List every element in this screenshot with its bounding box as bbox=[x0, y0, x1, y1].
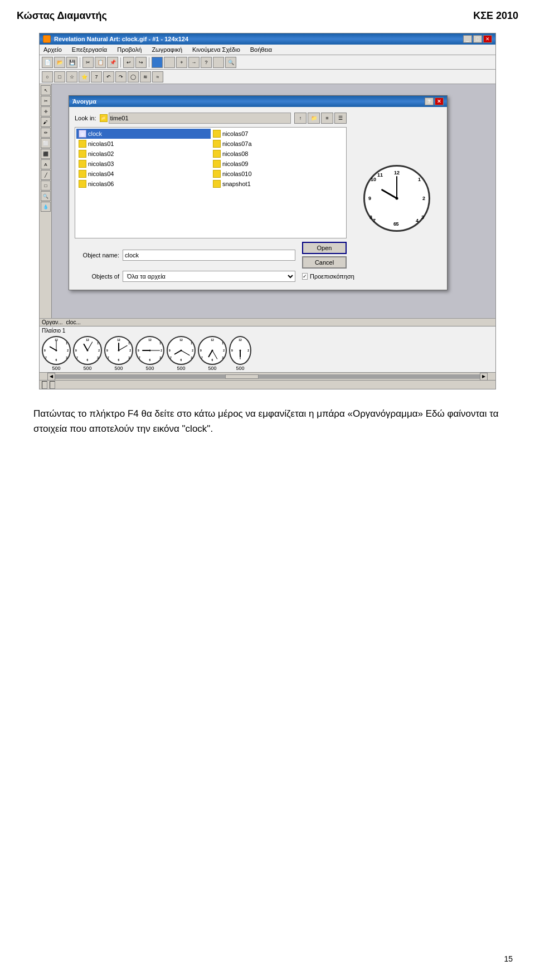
open-button[interactable]: Open bbox=[302, 242, 347, 254]
toolbar-cut[interactable]: ✂ bbox=[82, 57, 94, 68]
toolbar2-b2[interactable]: □ bbox=[54, 71, 65, 82]
mcn-1-6: 1 bbox=[222, 342, 223, 345]
file-name-nicolas04: nicolas04 bbox=[88, 170, 114, 177]
scroll-left-button[interactable]: ◀ bbox=[47, 373, 55, 381]
course-name: ΚΣΕ 2010 bbox=[473, 10, 518, 22]
file-item-nicolas09[interactable]: nicolas09 bbox=[211, 159, 345, 169]
menu-draw[interactable]: Ζωγραφική bbox=[150, 46, 184, 53]
toolbar-b4[interactable] bbox=[213, 57, 224, 68]
minimize-button[interactable]: _ bbox=[463, 35, 472, 43]
mcn-2-5: 2 bbox=[192, 349, 193, 352]
go-up-button[interactable]: ↑ bbox=[294, 113, 307, 124]
window-status-bar bbox=[40, 380, 495, 389]
toolbar-redo[interactable]: ↪ bbox=[135, 57, 147, 68]
tool-crop[interactable]: ✂ bbox=[41, 96, 51, 106]
frame-num-4: 500 bbox=[145, 365, 154, 371]
file-item-nicolas06[interactable]: nicolas06 bbox=[76, 179, 211, 189]
menu-file[interactable]: Αρχείο bbox=[42, 46, 64, 53]
tool-color[interactable]: 💧 bbox=[41, 202, 51, 212]
file-item-nicolas07a[interactable]: nicolas07a bbox=[211, 139, 345, 149]
scroll-right-button[interactable]: ▶ bbox=[480, 373, 488, 381]
tool-brush[interactable]: 🖌 bbox=[41, 117, 51, 127]
file-item-nicolas04[interactable]: nicolas04 bbox=[76, 169, 211, 179]
tool-move[interactable]: ✛ bbox=[41, 106, 51, 116]
toolbar2-b6[interactable]: ↶ bbox=[103, 71, 114, 82]
toolbar-b5[interactable]: 🔍 bbox=[225, 57, 236, 68]
file-name-snapshot1: snapshot1 bbox=[222, 181, 251, 187]
frame-cell-6: 12 1 2 3 6 7 9 500 bbox=[198, 336, 227, 371]
toolbar-b1[interactable]: + bbox=[176, 57, 187, 68]
tool-select[interactable]: ↖ bbox=[41, 85, 51, 95]
toolbar-color[interactable] bbox=[152, 57, 163, 68]
mcn-12-5: 12 bbox=[179, 338, 183, 342]
file-name-nicolas02: nicolas02 bbox=[88, 150, 114, 157]
maximize-button[interactable]: □ bbox=[473, 35, 482, 43]
menu-view[interactable]: Προβολή bbox=[115, 46, 143, 53]
screenshot-container: Revelation Natural Art: clock.gif - #1 -… bbox=[39, 33, 496, 389]
toolbar-save[interactable]: 💾 bbox=[66, 57, 77, 68]
toolbar2-b4[interactable]: ⭐ bbox=[79, 71, 90, 82]
toolbar-paste[interactable]: 📌 bbox=[107, 57, 118, 68]
frame-cell-1: 12 1 2 3 6 7 9 500 bbox=[42, 336, 71, 371]
file-item-nicolas01[interactable]: nicolas01 bbox=[76, 139, 211, 149]
toolbar-copy[interactable]: 📋 bbox=[95, 57, 106, 68]
toolbar-undo[interactable]: ↩ bbox=[123, 57, 134, 68]
mini-clock-2[interactable]: 12 1 2 3 6 7 9 bbox=[73, 336, 102, 365]
menu-help[interactable]: Βοήθεια bbox=[249, 46, 274, 53]
close-button[interactable]: ✕ bbox=[483, 35, 492, 43]
view-details-button[interactable]: ☰ bbox=[334, 113, 347, 124]
mini-clock-5[interactable]: 12 1 2 3 6 7 9 bbox=[167, 336, 196, 365]
look-in-input[interactable] bbox=[109, 113, 291, 124]
cancel-button[interactable]: Cancel bbox=[302, 256, 347, 269]
mini-clock-7[interactable]: 12 2 9 bbox=[229, 336, 251, 365]
toolbar2-b5[interactable]: 7 bbox=[91, 71, 102, 82]
tool-shape[interactable]: □ bbox=[41, 181, 51, 191]
file-item-nicolas03[interactable]: nicolas03 bbox=[76, 159, 211, 169]
object-name-input[interactable] bbox=[123, 250, 295, 261]
toolbar2-b1[interactable]: ○ bbox=[42, 71, 53, 82]
file-item-nicolas07[interactable]: nicolas07 bbox=[211, 129, 345, 139]
preview-checkbox[interactable]: ✓ bbox=[302, 273, 308, 280]
objects-of-select[interactable]: Όλα τα αρχεία bbox=[123, 271, 295, 282]
tool-eraser[interactable]: ⬜ bbox=[41, 138, 51, 148]
toolbar-fill[interactable] bbox=[164, 57, 175, 68]
scrollbar-thumb[interactable] bbox=[225, 374, 259, 379]
file-item-nicolas02[interactable]: nicolas02 bbox=[76, 149, 211, 159]
mini-min-3 bbox=[119, 345, 128, 351]
toolbar2-b7[interactable]: ↷ bbox=[115, 71, 127, 82]
file-item-clock[interactable]: g clock bbox=[76, 129, 211, 139]
toolbar2-b3[interactable]: ☆ bbox=[66, 71, 77, 82]
toolbar-b2[interactable]: → bbox=[188, 57, 200, 68]
mini-clock-1[interactable]: 12 1 2 3 6 7 9 bbox=[42, 336, 71, 365]
organogram-bar: Πλαίσιο 1 bbox=[40, 326, 495, 335]
file-item-nicolas08[interactable]: nicolas08 bbox=[211, 149, 345, 159]
dialog-preview-panel: 12 1 2 3 4 5 6 7 8 9 bbox=[352, 113, 441, 284]
toolbar-b3[interactable]: ? bbox=[201, 57, 212, 68]
menu-edit[interactable]: Επεξεργασία bbox=[70, 46, 109, 53]
tool-line[interactable]: ╱ bbox=[41, 170, 51, 180]
tool-pencil[interactable]: ✏ bbox=[41, 128, 51, 138]
tool-zoom[interactable]: 🔍 bbox=[41, 191, 51, 201]
toolbar-open[interactable]: 📂 bbox=[54, 57, 65, 68]
mini-min-4 bbox=[150, 350, 160, 351]
file-item-nicolas010[interactable]: nicolas010 bbox=[211, 169, 345, 179]
mcn-3-5: 3 bbox=[191, 356, 192, 359]
window-controls[interactable]: _ □ ✕ bbox=[463, 35, 492, 43]
dialog-help-button[interactable]: ? bbox=[425, 97, 434, 105]
view-menu-button[interactable]: ≡ bbox=[321, 113, 333, 124]
dialog-close-button[interactable]: ✕ bbox=[435, 97, 444, 105]
toolbar2-b10[interactable]: ≈ bbox=[152, 71, 163, 82]
toolbar-new[interactable]: 📄 bbox=[42, 57, 53, 68]
toolbar2-b9[interactable]: ≋ bbox=[140, 71, 151, 82]
mini-min-7 bbox=[240, 350, 241, 359]
tool-fill[interactable]: ⬛ bbox=[41, 149, 51, 159]
clock-preview: 12 1 2 3 4 5 6 7 8 9 bbox=[363, 165, 430, 232]
mini-clock-6[interactable]: 12 1 2 3 6 7 9 bbox=[198, 336, 227, 365]
toolbar2-b8[interactable]: ◯ bbox=[128, 71, 139, 82]
tool-text[interactable]: A bbox=[41, 159, 51, 169]
mini-clock-3[interactable]: 12 1 2 3 6 7 9 bbox=[104, 336, 133, 365]
create-folder-button[interactable]: 📁 bbox=[308, 113, 320, 124]
file-item-snapshot1[interactable]: snapshot1 bbox=[211, 179, 345, 189]
menu-animation[interactable]: Κινούμενα Σχέδιο bbox=[191, 46, 242, 53]
mini-clock-4[interactable]: 12 1 2 3 6 7 9 bbox=[135, 336, 164, 365]
